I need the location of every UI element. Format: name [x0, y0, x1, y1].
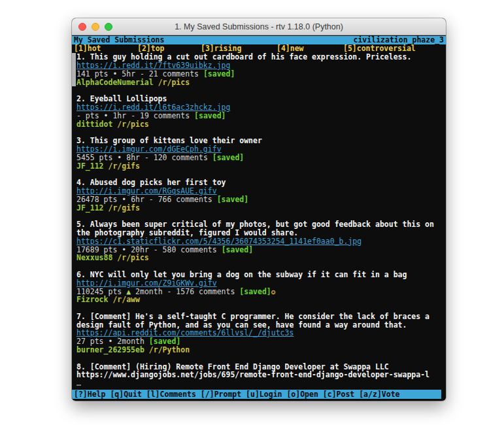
post-subreddit: /r/aww	[112, 295, 140, 304]
post-title: 6. NYC will only let you bring a dog on …	[76, 271, 436, 279]
sort-tab-controversial[interactable]: [5]controversial	[343, 44, 416, 53]
sort-tabs-row: [1]hot [2]top [3]rising [4]new [5]contro…	[72, 44, 446, 53]
terminal-content: My Saved Submissions civilization_phaze_…	[72, 35, 446, 400]
post-item[interactable]: 7. [Comment] He's a self-taught C progra…	[76, 313, 436, 354]
sort-tab-top[interactable]: [2]top	[137, 44, 165, 53]
sort-tab-new[interactable]: [4]new	[277, 44, 304, 53]
post-author: JF_112	[76, 203, 104, 212]
traffic-lights	[78, 23, 112, 31]
post-item[interactable]: 5. Always been super critical of my phot…	[76, 220, 436, 262]
post-byline: burner_262955eb /r/Python	[76, 346, 436, 354]
post-title: 5. Always been super critical of my phot…	[76, 220, 436, 237]
post-byline: Nexxus88 /r/pics	[76, 254, 436, 262]
zoom-button[interactable]	[105, 23, 112, 31]
minimize-button[interactable]	[92, 23, 99, 31]
saved-badge: [saved]	[239, 287, 271, 296]
terminal-window: 1. My Saved Submissions - rtv 1.18.0 (Py…	[72, 18, 446, 401]
post-subreddit: /r/pics	[117, 120, 148, 129]
post-author: dittidot	[76, 120, 112, 129]
sort-tab-hot[interactable]: [1]hot	[74, 44, 101, 53]
post-item[interactable]: 1. This guy holding a cut out cardboard …	[76, 53, 436, 86]
post-byline: JF_112 /r/gifs	[76, 162, 436, 171]
post-author: Nexxus88	[76, 253, 112, 262]
post-subreddit: /r/pics	[117, 253, 148, 262]
post-subreddit: /r/gifs	[108, 162, 139, 171]
post-title-overflow: https://www.djangojobs.net/jobs/695/remo…	[76, 371, 436, 379]
post-item[interactable]: 6. NYC will only let you bring a dog on …	[76, 271, 436, 304]
post-subreddit: /r/gifs	[108, 203, 139, 212]
post-list: 1. This guy holding a cut out cardboard …	[72, 53, 446, 388]
close-button[interactable]	[78, 23, 86, 31]
post-byline: JF_112 /r/gifs	[76, 204, 436, 212]
saved-badge: [saved]	[194, 111, 226, 120]
post-author: Fizrock	[76, 295, 108, 304]
post-item[interactable]: 2. Eyeball Lollipops https://i.redd.it/l…	[76, 95, 436, 128]
post-title: 7. [Comment] He's a self-taught C progra…	[76, 313, 436, 330]
gilded-icon: ✪	[271, 287, 276, 296]
window-title: 1. My Saved Submissions - rtv 1.18.0 (Py…	[175, 22, 343, 31]
post-author: burner_262955eb	[76, 345, 144, 354]
post-author: AlphaCodeNumerial	[76, 78, 154, 87]
post-subreddit: /r/Python	[149, 345, 190, 354]
post-item[interactable]: 3. This group of kittens love their owne…	[76, 137, 436, 170]
sort-tab-rising[interactable]: [3]rising	[201, 44, 241, 53]
post-byline: AlphaCodeNumerial /r/pics	[76, 78, 436, 87]
saved-badge: [saved]	[217, 195, 248, 204]
post-subreddit: /r/pics	[158, 78, 190, 87]
truncation-ellipsis: …	[76, 379, 436, 388]
post-byline: Fizrock /r/aww	[76, 296, 436, 304]
saved-badge: [saved]	[222, 245, 253, 254]
post-author: JF_112	[76, 162, 104, 171]
post-item[interactable]: 4. Abused dog picks her first toy http:/…	[76, 178, 436, 212]
saved-badge: [saved]	[212, 153, 244, 162]
window-titlebar[interactable]: 1. My Saved Submissions - rtv 1.18.0 (Py…	[72, 18, 446, 35]
post-byline: dittidot /r/pics	[76, 120, 436, 129]
saved-badge: [saved]	[203, 69, 235, 78]
post-item[interactable]: 8. [Comment] (Hiring) Remote Front End D…	[76, 363, 436, 388]
shortcut-bar: [?]Help [q]Quit [l]Comments [/]Prompt [u…	[72, 390, 441, 399]
